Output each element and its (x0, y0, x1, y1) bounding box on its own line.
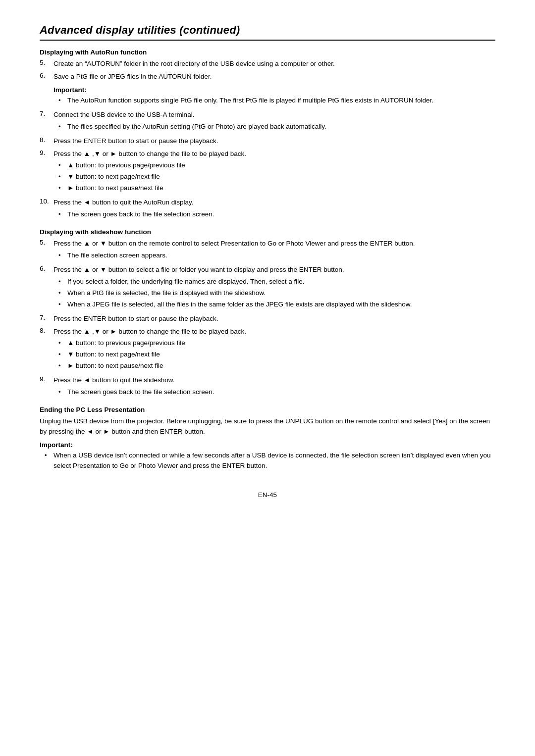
list-num: 7. (40, 314, 54, 321)
bullet-icon: • (58, 338, 67, 348)
section1-list: 5. Create an “AUTORUN” folder in the roo… (40, 59, 495, 195)
bullet-text: When a PtG file is selected, the file is… (67, 288, 495, 299)
list-item: • When a JPEG file is selected, all the … (58, 300, 495, 310)
list-item: • When a USB device isn’t connected or w… (45, 451, 495, 471)
list-item: • ▼ button: to next page/next file (58, 172, 495, 182)
list-item: • The screen goes back to the file selec… (58, 387, 495, 398)
bullet-icon: • (58, 251, 67, 260)
section2-heading: Displaying with slideshow function (40, 228, 495, 236)
item5-bullets: • The file selection screen appears. (58, 251, 495, 261)
bullet-text: ▲ button: to previous page/previous file (67, 338, 495, 349)
list-num: 6. (40, 72, 54, 79)
list-item: • The AutoRun function supports single P… (58, 96, 495, 106)
list-num: 5. (40, 239, 54, 246)
list-item-text: Press the ▲ ,▼ or ► button to change the… (54, 327, 495, 337)
item7-bullets: • The files specified by the AutoRun set… (58, 122, 495, 132)
bullet-text: The files specified by the AutoRun setti… (67, 122, 495, 132)
important-label: Important: (54, 86, 495, 94)
list-item: • ▲ button: to previous page/previous fi… (58, 160, 495, 171)
bullet-icon: • (58, 172, 67, 182)
bullet-icon: • (58, 300, 67, 309)
list-item: 8. Press the ▲ ,▼ or ► button to change … (40, 327, 495, 373)
list-item: 7. Connect the USB device to the USB-A t… (40, 110, 495, 134)
list-item: 9. Press the ◄ button to quit the slides… (40, 375, 495, 399)
list-item-text: Press the ▲ or ▼ button on the remote co… (54, 239, 495, 249)
list-num: 5. (40, 59, 54, 66)
bullet-icon: • (58, 122, 67, 132)
bullet-icon: • (45, 451, 54, 460)
page-title: Advanced display utilities (continued) (40, 24, 495, 37)
item10-bullets: • The screen goes back to the file selec… (58, 209, 495, 220)
bullet-text: When a USB device isn’t connected or whi… (54, 451, 495, 471)
bullet-icon: • (58, 96, 67, 105)
list-num: 8. (40, 136, 54, 144)
bullet-icon: • (58, 277, 67, 287)
bullet-icon: • (58, 387, 67, 397)
list-item: • When a PtG file is selected, the file … (58, 288, 495, 299)
list-item-text: Press the ENTER button to start or pause… (54, 136, 495, 147)
bullet-icon: • (58, 350, 67, 359)
list-item: 9. Press the ▲ ,▼ or ► button to change … (40, 149, 495, 196)
list-num: 8. (40, 327, 54, 334)
list-num: 6. (40, 265, 54, 272)
list-item-text: Press the ENTER button to start or pause… (54, 314, 495, 324)
bullet-text: ► button: to next pause/next file (67, 183, 495, 194)
list-item: • The screen goes back to the file selec… (58, 209, 495, 220)
list-item: • ▲ button: to previous page/previous fi… (58, 338, 495, 349)
section3-important-label: Important: (40, 441, 495, 449)
item9-bullets: • ▲ button: to previous page/previous fi… (58, 160, 495, 194)
title-rule (40, 40, 495, 41)
list-item: • ► button: to next pause/next file (58, 361, 495, 371)
list-item: • ▼ button: to next page/next file (58, 350, 495, 360)
list-item-text: Press the ◄ button to quit the slideshow… (54, 375, 495, 386)
list-num: 7. (40, 110, 54, 117)
bullet-text: The screen goes back to the file selecti… (67, 209, 495, 220)
list-num: 9. (40, 375, 54, 383)
bullet-icon: • (58, 361, 67, 371)
section1-heading: Displaying with AutoRun function (40, 49, 495, 56)
bullet-text: ▼ button: to next page/next file (67, 350, 495, 360)
list-item-text: Connect the USB device to the USB-A term… (54, 110, 495, 120)
bullet-icon: • (58, 288, 67, 298)
bullet-text: ▼ button: to next page/next file (67, 172, 495, 182)
list-num: 10. (40, 198, 54, 205)
bullet-text: The screen goes back to the file selecti… (67, 387, 495, 398)
list-item: • The files specified by the AutoRun set… (58, 122, 495, 132)
page-footer: EN-45 (40, 491, 495, 499)
item6-bullets: • If you select a folder, the underlying… (58, 277, 495, 310)
bullet-text: If you select a folder, the underlying f… (67, 277, 495, 287)
list-item: 5. Press the ▲ or ▼ button on the remote… (40, 239, 495, 262)
item8-bullets: • ▲ button: to previous page/previous fi… (58, 338, 495, 371)
list-item: 6. Press the ▲ or ▼ button to select a f… (40, 265, 495, 311)
list-item-text: Create an “AUTORUN” folder in the root d… (54, 59, 495, 69)
list-item: • The file selection screen appears. (58, 251, 495, 261)
list-num: 9. (40, 149, 54, 156)
list-item: 5. Create an “AUTORUN” folder in the roo… (40, 59, 495, 69)
list-item-10: 10. Press the ◄ button to quit the AutoR… (40, 198, 495, 221)
section3-para: Unplug the USB device from the projector… (40, 416, 495, 437)
bullet-icon: • (58, 209, 67, 219)
section2-list: 5. Press the ▲ or ▼ button on the remote… (40, 239, 495, 399)
section3-heading: Ending the PC Less Presentation (40, 406, 495, 413)
list-item-text: Press the ◄ button to quit the AutoRun d… (54, 198, 495, 208)
bullet-text: The file selection screen appears. (67, 251, 495, 261)
item9s2-bullets: • The screen goes back to the file selec… (58, 387, 495, 398)
list-item: 8. Press the ENTER button to start or pa… (40, 136, 495, 147)
important-bullets: • The AutoRun function supports single P… (58, 96, 495, 106)
bullet-text: ► button: to next pause/next file (67, 361, 495, 371)
list-item: • ► button: to next pause/next file (58, 183, 495, 194)
list-item: 6. Save a PtG file or JPEG files in the … (40, 72, 495, 107)
bullet-icon: • (58, 160, 67, 170)
bullet-text: When a JPEG file is selected, all the fi… (67, 300, 495, 310)
bullet-icon: • (58, 183, 67, 193)
bullet-text: ▲ button: to previous page/previous file (67, 160, 495, 171)
list-item: 7. Press the ENTER button to start or pa… (40, 314, 495, 324)
list-item-text: Save a PtG file or JPEG files in the AUT… (54, 72, 495, 82)
section3-important-bullets: • When a USB device isn’t connected or w… (45, 451, 495, 471)
list-item-text: Press the ▲ ,▼ or ► button to change the… (54, 149, 495, 159)
bullet-text: The AutoRun function supports single PtG… (67, 96, 495, 106)
list-item: • If you select a folder, the underlying… (58, 277, 495, 287)
list-item-text: Press the ▲ or ▼ button to select a file… (54, 265, 495, 275)
